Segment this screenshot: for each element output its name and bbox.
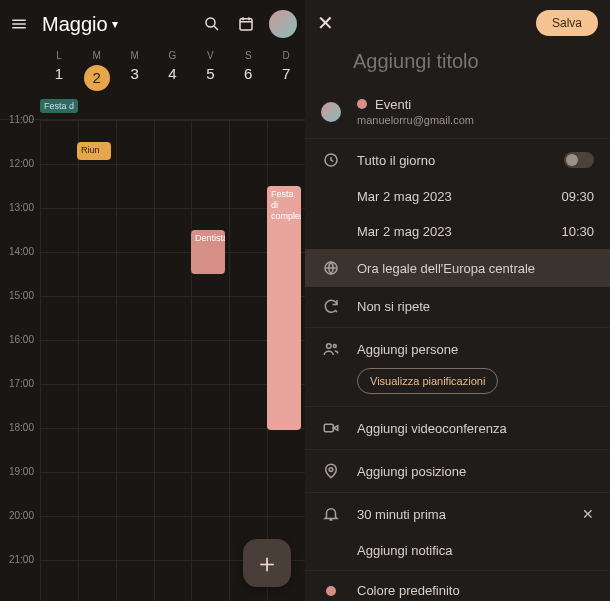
add-event-fab[interactable]: ＋ bbox=[243, 539, 291, 587]
people-icon bbox=[321, 340, 341, 358]
month-selector[interactable]: Maggio ▾ bbox=[42, 13, 118, 36]
event-chip[interactable]: Riun bbox=[77, 142, 111, 160]
event-title-input[interactable] bbox=[305, 46, 610, 87]
calendar-grid[interactable]: 11:00 12:00 13:00 14:00 15:00 16:00 17:0… bbox=[0, 119, 305, 601]
svg-point-5 bbox=[333, 345, 336, 348]
menu-icon[interactable] bbox=[8, 13, 30, 35]
svg-rect-1 bbox=[240, 19, 252, 30]
remove-reminder-icon[interactable]: ✕ bbox=[582, 506, 594, 522]
add-people-row[interactable]: Aggiungi persone bbox=[305, 330, 610, 368]
video-row[interactable]: Aggiungi videoconferenza bbox=[305, 409, 610, 447]
timezone-row[interactable]: Ora legale dell'Europa centrale bbox=[305, 249, 610, 287]
search-icon[interactable] bbox=[201, 13, 223, 35]
repeat-row[interactable]: Non si ripete bbox=[305, 287, 610, 325]
color-row[interactable]: Colore predefinito bbox=[305, 573, 610, 601]
svg-point-0 bbox=[206, 18, 215, 27]
day-col[interactable]: D7 bbox=[267, 50, 305, 91]
calendar-color-dot bbox=[357, 99, 367, 109]
event-chip[interactable]: Festa di compleanno bbox=[267, 186, 301, 430]
location-row[interactable]: Aggiungi posizione bbox=[305, 452, 610, 490]
reminder-row[interactable]: 30 minuti prima ✕ bbox=[305, 495, 610, 533]
view-schedules-button[interactable]: Visualizza pianificazioni bbox=[357, 368, 498, 394]
day-col[interactable]: M3 bbox=[116, 50, 154, 91]
day-col[interactable]: M2 bbox=[78, 50, 116, 91]
allday-event[interactable]: Festa d bbox=[40, 99, 78, 113]
video-icon bbox=[321, 419, 341, 437]
add-reminder-row[interactable]: Aggiungi notifica bbox=[305, 533, 610, 568]
month-label: Maggio bbox=[42, 13, 108, 36]
color-dot-icon bbox=[321, 586, 341, 596]
day-col[interactable]: V5 bbox=[191, 50, 229, 91]
day-col[interactable]: G4 bbox=[154, 50, 192, 91]
chevron-down-icon: ▾ bbox=[112, 17, 118, 31]
clock-icon bbox=[321, 151, 341, 169]
avatar[interactable] bbox=[269, 10, 297, 38]
event-chip[interactable]: Dentista bbox=[191, 230, 225, 274]
save-button[interactable]: Salva bbox=[536, 10, 598, 36]
end-datetime[interactable]: Mar 2 mag 2023 10:30 bbox=[305, 214, 610, 249]
day-col[interactable]: L1 bbox=[40, 50, 78, 91]
bell-icon bbox=[321, 505, 341, 523]
allday-toggle[interactable] bbox=[564, 152, 594, 168]
location-icon bbox=[321, 462, 341, 480]
day-col[interactable]: S6 bbox=[229, 50, 267, 91]
day-header: L1 M2 M3 G4 V5 S6 D7 bbox=[0, 46, 305, 99]
repeat-icon bbox=[321, 297, 341, 315]
allday-toggle-row[interactable]: Tutto il giorno bbox=[305, 141, 610, 179]
calendar-selector[interactable]: Eventi manuelorru@gmail.com bbox=[305, 87, 610, 136]
svg-point-4 bbox=[327, 344, 332, 349]
close-icon[interactable]: ✕ bbox=[317, 11, 341, 35]
globe-icon bbox=[321, 259, 341, 277]
svg-point-7 bbox=[329, 468, 333, 472]
start-datetime[interactable]: Mar 2 mag 2023 09:30 bbox=[305, 179, 610, 214]
today-icon[interactable] bbox=[235, 13, 257, 35]
avatar-icon bbox=[321, 102, 341, 122]
